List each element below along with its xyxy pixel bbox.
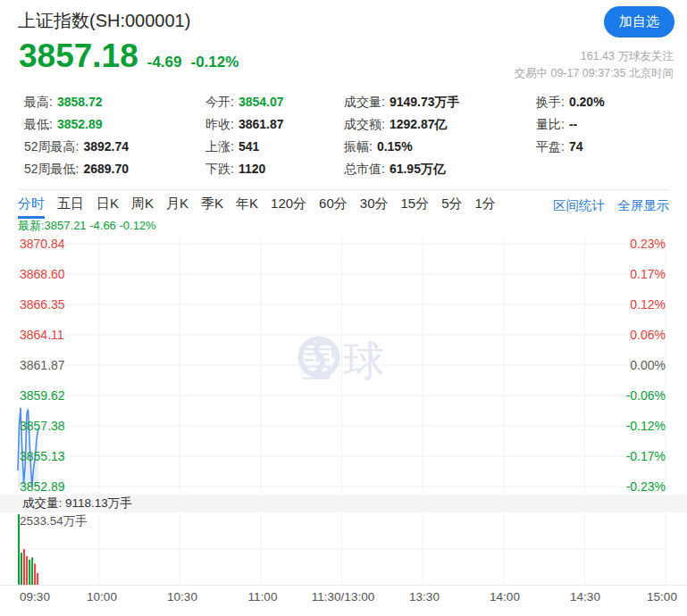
tab-120分[interactable]: 120分 — [271, 190, 306, 219]
stat-最高: 最高:3858.72 — [24, 91, 129, 113]
tab-年K[interactable]: 年K — [236, 190, 258, 219]
xueqiu-logo-icon — [296, 334, 342, 380]
stat-最低: 最低:3852.89 — [24, 113, 129, 136]
tab-15分[interactable]: 15分 — [400, 190, 429, 219]
tab-分时[interactable]: 分时 — [18, 190, 45, 219]
stat-成交量: 成交量:9149.73万手 — [344, 91, 460, 113]
time-tick: 10:30 — [167, 590, 197, 604]
time-tick: 14:30 — [570, 590, 600, 604]
price-change-percent: -0.12% — [191, 54, 239, 71]
tab-5分[interactable]: 5分 — [441, 190, 462, 219]
volume-header-bar: 成交量: 9118.13万手 — [0, 495, 687, 512]
price-change: -4.69 — [147, 54, 182, 71]
left-axis-label: 3870.84 — [20, 237, 65, 251]
right-axis-label: -0.17% — [626, 449, 666, 463]
price-block: 3857.18 -4.69 -0.12% — [19, 39, 239, 74]
followers-count: 161.43 万球友关注 — [514, 48, 674, 65]
watermark: 雪球 — [296, 334, 392, 389]
stat-换手: 换手:0.20% — [536, 91, 605, 113]
time-tick: 15:00 — [647, 590, 677, 604]
stat-昨收: 昨收:3861.87 — [205, 113, 284, 136]
tab-日K[interactable]: 日K — [96, 190, 119, 219]
left-axis-label: 3866.35 — [20, 297, 65, 312]
stat-今开: 今开:3854.07 — [205, 91, 284, 113]
right-axis-label: -0.06% — [626, 388, 666, 403]
quote-page: 上证指数(SH:000001) 加自选 3857.18 -4.69 -0.12%… — [0, 0, 687, 616]
stat-52周最高: 52周最高:3892.74 — [24, 136, 129, 158]
latest-quote-line: 最新:3857.21 -4.66 -0.12% — [18, 219, 687, 237]
stat-上涨: 上涨:541 — [205, 136, 284, 158]
tab-月K[interactable]: 月K — [166, 190, 189, 219]
time-tick: 10:00 — [87, 590, 117, 604]
right-axis-label: 0.23% — [630, 237, 666, 251]
right-axis-label: 0.12% — [630, 297, 666, 312]
tab-五日[interactable]: 五日 — [57, 190, 84, 219]
volume-chart[interactable]: 2533.54万手 — [0, 512, 687, 586]
left-axis-label: 3864.11 — [20, 328, 64, 342]
stat-52周最低: 52周最低:2689.70 — [24, 158, 129, 180]
stats-grid: 最高:3858.72最低:3852.8952周最高:3892.7452周最低:2… — [0, 86, 687, 180]
left-axis-label: 3855.13 — [20, 449, 65, 463]
left-axis-label: 3868.60 — [20, 267, 65, 281]
current-price: 3857.18 — [19, 39, 138, 74]
stat-成交额: 成交额:1292.87亿 — [344, 113, 460, 136]
header: 上证指数(SH:000001) 加自选 3857.18 -4.69 -0.12%… — [0, 0, 687, 86]
right-axis-label: -0.12% — [626, 419, 666, 433]
left-axis-label: 3852.89 — [20, 479, 65, 494]
tab-60分[interactable]: 60分 — [319, 190, 348, 219]
stat-下跌: 下跌:1120 — [205, 158, 284, 180]
tab-1分[interactable]: 1分 — [475, 190, 496, 219]
page-title: 上证指数(SH:000001) — [18, 9, 190, 33]
tab-季K[interactable]: 季K — [201, 190, 223, 219]
stat-平盘: 平盘:74 — [536, 136, 605, 158]
tab-周K[interactable]: 周K — [131, 190, 154, 219]
stat-振幅: 振幅:0.15% — [344, 136, 460, 158]
trading-status: 交易中 09-17 09:37:35 北京时间 — [514, 65, 674, 82]
time-tick: 11:00 — [248, 590, 278, 604]
right-axis-label: 0.06% — [630, 328, 666, 342]
volume-chart-canvas — [0, 512, 687, 586]
stat-量比: 量比:-- — [536, 113, 605, 136]
time-axis: 09:3010:0010:3011:0011:30/13:0013:3014:0… — [0, 586, 687, 609]
left-axis-label: 3857.38 — [20, 419, 65, 433]
left-axis-label: 3861.87 — [20, 358, 65, 372]
left-axis-label: 3859.62 — [20, 388, 65, 403]
intraday-price-chart[interactable]: 雪球 3870.843868.603866.353864.113861.8738… — [0, 237, 687, 495]
right-axis-label: 0.00% — [630, 358, 666, 372]
stat-总市值: 总市值:61.95万亿 — [344, 158, 460, 180]
right-axis-label: -0.23% — [626, 479, 666, 494]
market-info: 161.43 万球友关注 交易中 09-17 09:37:35 北京时间 — [514, 48, 674, 82]
time-tick: 14:00 — [490, 590, 520, 604]
link-全屏显示[interactable]: 全屏显示 — [617, 190, 669, 219]
tab-30分[interactable]: 30分 — [360, 190, 389, 219]
time-tick: 09:30 — [20, 590, 50, 604]
time-tick: 11:30/13:00 — [312, 590, 374, 604]
link-区间统计[interactable]: 区间统计 — [553, 190, 605, 219]
time-tick: 13:30 — [409, 590, 440, 604]
volume-max-label: 2533.54万手 — [20, 513, 88, 529]
tab-bar: 分时五日日K周K月K季K年K120分60分30分15分5分1分区间统计全屏显示 — [18, 189, 669, 219]
add-watchlist-button[interactable]: 加自选 — [604, 6, 674, 37]
right-axis-label: 0.17% — [630, 267, 666, 281]
